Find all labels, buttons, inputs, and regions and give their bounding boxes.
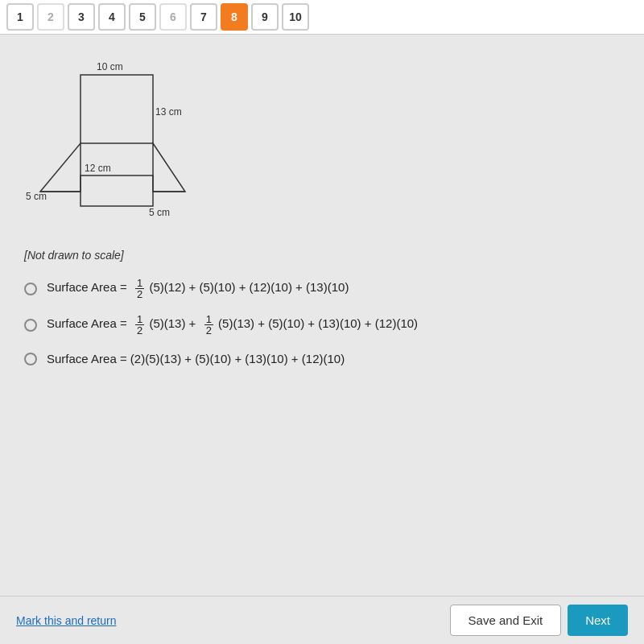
answer-option-1[interactable]: Surface Area = 1 2 (5)(12) + (5)(10) + (… xyxy=(24,278,620,299)
not-to-scale-label: [Not drawn to scale] xyxy=(24,249,620,262)
bottom-bar: Mark this and return Save and Exit Next xyxy=(0,596,644,644)
fraction-1-2-b: 1 2 xyxy=(135,314,144,336)
question-btn-2[interactable]: 2 xyxy=(37,3,64,31)
answer-option-3[interactable]: Surface Area = (2)(5)(13) + (5)(10) + (1… xyxy=(24,350,620,367)
question-btn-4[interactable]: 4 xyxy=(98,3,126,31)
answer-text-2: Surface Area = 1 2 (5)(13) + 1 2 (5)(13)… xyxy=(47,314,418,336)
label-13cm: 13 cm xyxy=(155,106,182,118)
svg-marker-1 xyxy=(40,143,80,192)
bottom-buttons: Save and Exit Next xyxy=(450,605,628,636)
answer-text-1: Surface Area = 1 2 (5)(12) + (5)(10) + (… xyxy=(47,278,349,299)
label-5cm-bottom: 5 cm xyxy=(149,207,170,218)
question-btn-7[interactable]: 7 xyxy=(190,3,217,31)
answer-option-2[interactable]: Surface Area = 1 2 (5)(13) + 1 2 (5)(13)… xyxy=(24,314,620,336)
shape-svg: 10 cm 13 cm 12 cm 5 cm 5 cm xyxy=(24,51,233,236)
answer-text-3: Surface Area = (2)(5)(13) + (5)(10) + (1… xyxy=(47,350,345,367)
radio-3[interactable] xyxy=(24,353,37,365)
question-btn-6[interactable]: 6 xyxy=(159,3,187,31)
question-btn-9[interactable]: 9 xyxy=(251,3,279,31)
question-btn-1[interactable]: 1 xyxy=(6,3,34,31)
answer-choices: Surface Area = 1 2 (5)(12) + (5)(10) + (… xyxy=(24,278,620,367)
question-nav-bar: 1 2 3 4 5 6 7 8 9 10 xyxy=(0,0,644,35)
svg-rect-3 xyxy=(80,175,153,206)
mark-return-button[interactable]: Mark this and return xyxy=(16,614,117,627)
question-btn-3[interactable]: 3 xyxy=(68,3,95,31)
next-button[interactable]: Next xyxy=(568,605,628,636)
radio-2[interactable] xyxy=(24,319,37,332)
question-btn-5[interactable]: 5 xyxy=(129,3,156,31)
geometry-diagram: 10 cm 13 cm 12 cm 5 cm 5 cm xyxy=(24,51,233,236)
fraction-1-2-a: 1 2 xyxy=(135,278,144,299)
label-12cm: 12 cm xyxy=(85,163,111,174)
svg-rect-0 xyxy=(80,75,153,143)
label-10cm: 10 cm xyxy=(97,61,123,72)
fraction-1-2-c: 1 2 xyxy=(204,314,213,336)
question-btn-8[interactable]: 8 xyxy=(221,3,248,31)
main-content: 10 cm 13 cm 12 cm 5 cm 5 cm [Not drawn t… xyxy=(0,35,644,596)
save-exit-button[interactable]: Save and Exit xyxy=(450,605,562,636)
radio-1[interactable] xyxy=(24,283,37,295)
svg-marker-2 xyxy=(153,143,185,192)
question-btn-10[interactable]: 10 xyxy=(282,3,309,31)
label-5cm-left: 5 cm xyxy=(26,191,47,202)
